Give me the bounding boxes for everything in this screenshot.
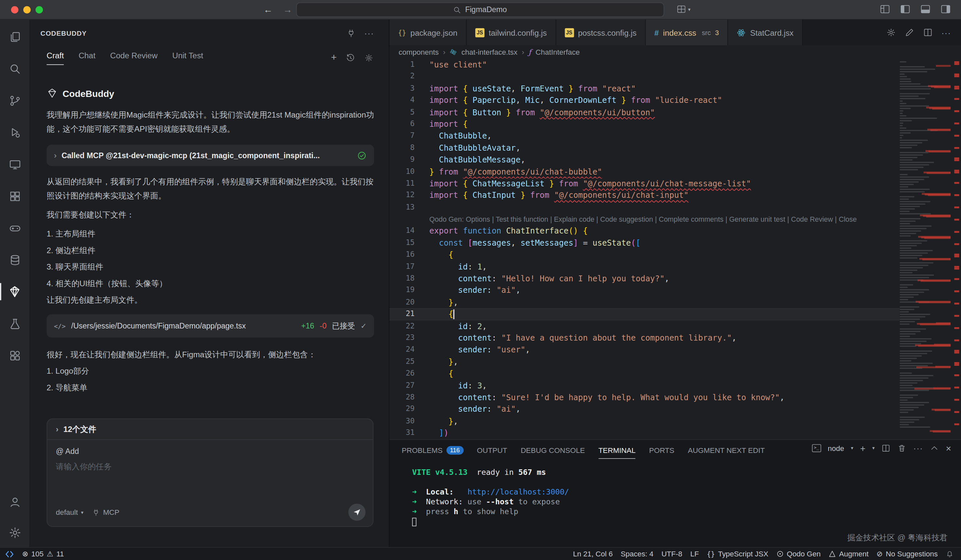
code-row[interactable]: 25 }, — [389, 356, 900, 368]
cursor-position[interactable]: Ln 21, Col 6 — [573, 550, 613, 558]
code-row[interactable]: 1"use client" — [389, 59, 900, 71]
activity-extensions[interactable] — [0, 180, 30, 212]
eol-sequence[interactable]: LF — [690, 550, 699, 558]
language-mode[interactable]: {} TypeScript JSX — [707, 550, 768, 558]
activity-codebuddy[interactable] — [0, 276, 30, 308]
chevron-down-icon[interactable]: ▾ — [872, 445, 875, 451]
chevron-down-icon[interactable]: ▾ — [851, 445, 853, 451]
qodo-gen-status[interactable]: Qodo Gen — [776, 550, 821, 558]
code-row[interactable]: 4import { Paperclip, Mic, CornerDownLeft… — [389, 94, 900, 106]
inline-hint-row[interactable]: Qodo Gen: Options | Test this function |… — [389, 213, 900, 225]
activity-source-control[interactable] — [0, 85, 30, 116]
shell-name[interactable]: node — [828, 444, 844, 452]
activity-run-debug[interactable] — [0, 116, 30, 148]
code-row[interactable]: 13 — [389, 201, 900, 213]
settings-button[interactable] — [0, 518, 30, 547]
mcp-selector[interactable]: MCP — [92, 508, 119, 517]
minimize-window-button[interactable] — [23, 6, 31, 13]
more-actions-icon[interactable]: ··· — [941, 28, 951, 37]
pencil-icon[interactable] — [905, 27, 914, 37]
activity-explorer[interactable] — [0, 21, 30, 53]
tab-augment-next-edit[interactable]: AUGMENT NEXT EDIT — [688, 440, 765, 459]
tab-index-css[interactable]: # index.css src 3 — [646, 20, 728, 45]
zoom-window-button[interactable] — [36, 6, 43, 13]
code-row[interactable]: 11import { ChatMessageList } from "@/com… — [389, 178, 900, 189]
activity-search[interactable] — [0, 53, 30, 85]
send-button[interactable] — [349, 504, 366, 521]
new-session-icon[interactable]: + — [331, 52, 336, 63]
activity-plugin-flask[interactable] — [0, 308, 30, 339]
code-row[interactable]: 8 ChatBubbleAvatar, — [389, 142, 900, 154]
augment-status[interactable]: Augment — [829, 550, 869, 558]
back-arrow-icon[interactable]: ← — [261, 3, 275, 16]
gear-icon[interactable] — [364, 53, 373, 62]
tab-package-json[interactable]: {} package.json — [389, 20, 467, 45]
code-row[interactable]: 28 content: "Sure! I'd be happy to help.… — [389, 392, 900, 403]
tab-tailwind-config[interactable]: JS tailwind.config.js — [467, 20, 556, 45]
code-row[interactable]: 15 const [messages, setMessages] = useSt… — [389, 237, 900, 249]
tab-chat[interactable]: Chat — [79, 51, 95, 64]
suggestions-status[interactable]: ⊘ No Suggestions — [876, 550, 938, 558]
problems-status[interactable]: ⊗ 105 ⚠ 11 — [22, 550, 64, 558]
code-row[interactable]: 18 content: "Hello! How can I help you t… — [389, 273, 900, 285]
tab-ports[interactable]: PORTS — [649, 440, 674, 459]
code-row[interactable]: 19 sender: "ai", — [389, 285, 900, 296]
tab-unit-test[interactable]: Unit Test — [172, 51, 203, 64]
remote-button[interactable] — [5, 550, 14, 558]
code-row[interactable]: 2 — [389, 71, 900, 82]
code-row[interactable]: 21 { — [389, 308, 900, 320]
code-row[interactable]: 24 sender: "user", — [389, 344, 900, 356]
code-row[interactable]: 10} from "@/components/ui/chat-bubble" — [389, 166, 900, 178]
panel-bottom-icon[interactable] — [920, 3, 931, 15]
breadcrumb-item[interactable]: ChatInterface — [535, 48, 580, 56]
panel-left-icon[interactable] — [900, 3, 911, 15]
tab-problems[interactable]: PROBLEMS 116 — [402, 440, 463, 459]
task-input[interactable]: 请输入你的任务 — [56, 461, 364, 473]
code-row[interactable]: 17 id: 1, — [389, 261, 900, 273]
code-row[interactable]: 22 id: 2, — [389, 320, 900, 332]
activity-plugin-gamepad[interactable] — [0, 212, 30, 244]
notifications-button[interactable] — [946, 550, 953, 558]
activity-remote-explorer[interactable] — [0, 148, 30, 180]
tab-terminal[interactable]: TERMINAL — [598, 440, 636, 459]
file-change-card[interactable]: </> /Users/jessie/Documents/FigmaDemo/ap… — [47, 314, 374, 338]
split-editor-icon[interactable] — [923, 27, 933, 37]
activity-plugin-database[interactable] — [0, 244, 30, 276]
code-row[interactable]: 31 ]) — [389, 427, 900, 439]
code-row[interactable]: 7 ChatBubble, — [389, 130, 900, 142]
code-row[interactable]: 26 { — [389, 368, 900, 380]
code-row[interactable]: 27 id: 3, — [389, 380, 900, 392]
tab-code-review[interactable]: Code Review — [110, 51, 157, 64]
more-actions-icon[interactable]: ··· — [913, 444, 923, 453]
code-row[interactable]: 12import { ChatInput } from "@/component… — [389, 189, 900, 201]
encoding[interactable]: UTF-8 — [661, 550, 682, 558]
code-row[interactable]: 14export function ChatInterface() { — [389, 225, 900, 237]
terminal-output[interactable]: VITE v4.5.13 ready in 567 ms➜ Local: htt… — [412, 467, 802, 526]
mcp-call-card[interactable]: › Called MCP @21st-dev-magic-mcp (21st_m… — [47, 145, 374, 166]
new-terminal-icon[interactable]: + — [860, 443, 865, 454]
trash-icon[interactable] — [897, 444, 906, 453]
code-row[interactable]: 23 content: "I have a question about the… — [389, 332, 900, 344]
tab-craft[interactable]: Craft — [47, 50, 64, 64]
panel-right-icon[interactable] — [940, 3, 951, 15]
activity-plugin-blocks[interactable] — [0, 339, 30, 371]
gear-icon[interactable] — [886, 27, 896, 37]
code-row[interactable]: 9 ChatBubbleMessage, — [389, 154, 900, 166]
tab-statcard-jsx[interactable]: StatCard.jsx — [728, 20, 803, 45]
code-editor[interactable]: 1"use client"23import { useState, FormEv… — [389, 59, 961, 440]
layout-control-button[interactable]: ▾ — [677, 4, 691, 14]
chevron-up-icon[interactable] — [930, 444, 939, 453]
split-terminal-icon[interactable] — [881, 444, 890, 453]
code-row[interactable]: 20 }, — [389, 296, 900, 308]
add-context-chip[interactable]: @ Add — [56, 447, 364, 456]
command-center-search[interactable]: FigmaDemo — [296, 2, 664, 17]
files-toggle[interactable]: › 12个文件 — [47, 419, 373, 440]
code-row[interactable]: 5import { Button } from "@/components/ui… — [389, 106, 900, 118]
history-icon[interactable] — [346, 53, 355, 62]
close-window-button[interactable] — [11, 6, 18, 13]
code-row[interactable]: 30 }, — [389, 415, 900, 427]
code-row[interactable]: 6import { — [389, 118, 900, 130]
breadcrumb-item[interactable]: chat-interface.tsx — [461, 48, 517, 56]
code-row[interactable]: 16 { — [389, 249, 900, 261]
tab-output[interactable]: OUTPUT — [477, 440, 507, 459]
